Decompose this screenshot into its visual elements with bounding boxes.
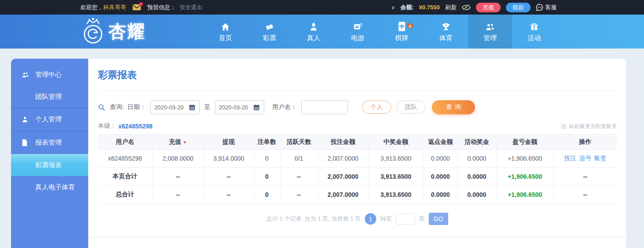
chevron-down-icon[interactable]: ∨ xyxy=(391,4,395,11)
top-bar-left: 欢迎您，杯具哥哥 预留信息： 安全退出 xyxy=(80,4,202,11)
page-number-button[interactable]: 1 xyxy=(365,213,376,225)
level-label: 本级： xyxy=(98,122,116,130)
date-to-input[interactable] xyxy=(219,104,253,111)
svg-text:中: 中 xyxy=(400,24,404,29)
sidebar-item-label: 管理中心 xyxy=(35,71,62,79)
cell: 2,007.0000 xyxy=(318,168,368,186)
deposit-button[interactable]: 充值 xyxy=(476,3,501,12)
cell: 3,913.6500 xyxy=(368,186,423,204)
users-icon xyxy=(485,21,495,32)
page: 欢迎您，杯具哥哥 预留信息： 安全退出 ∨ 余额: ¥0.7550 刷新 充值 … xyxy=(0,0,644,248)
mahjong-icon: 中 xyxy=(397,21,406,32)
header-deposit-sort[interactable]: 充值▼ xyxy=(152,135,204,150)
content-card: 彩票报表 查询: 日期： 至 用户名： 个人 团队 查询 本级： x624855… xyxy=(88,59,626,248)
logout-link[interactable]: 安全退出 xyxy=(180,4,202,11)
username[interactable]: 杯具哥哥 xyxy=(103,4,126,11)
header-username: 用户名 xyxy=(98,135,152,150)
nav-item-label: 棋牌 xyxy=(395,34,408,42)
header-bet-amount: 投注金额 xyxy=(318,135,368,150)
level-row: 本级： x624855298 注: 此处账变为彩票账变 xyxy=(98,122,617,130)
team-filter-button[interactable]: 团队 xyxy=(397,101,426,114)
table-row-grand-total: 总合计 -- -- 0 -- 2,007.0000 3,913.6500 0.0… xyxy=(98,186,617,204)
sidebar-item-live-esports[interactable]: 真人电子体育 xyxy=(11,176,88,198)
sidebar: 管理中心 团队管理 个人管理 报表管理 彩票报表 真人电子体育 xyxy=(11,59,88,248)
customer-service-link[interactable]: 客服 xyxy=(536,4,557,11)
nav-item-live[interactable]: 真人 xyxy=(292,15,336,49)
personal-filter-button[interactable]: 个人 xyxy=(362,101,391,114)
page-title: 彩票报表 xyxy=(98,68,617,82)
date-from-input[interactable] xyxy=(154,104,189,111)
reserved-info-label: 预留信息： xyxy=(147,4,176,11)
go-button[interactable]: GO xyxy=(429,213,448,225)
notification-dot xyxy=(139,2,143,6)
pagination: 总计 1 个记录, 分为 1 页, 当前第 1 页 1 转至 页 GO xyxy=(98,213,617,225)
sidebar-item-label: 团队管理 xyxy=(35,93,62,101)
cell-label: 总合计 xyxy=(98,186,152,204)
cell-bonus: 0.0000 xyxy=(457,150,496,168)
nav-item-boardgames[interactable]: 中 棋牌 xyxy=(380,15,424,49)
date-to-field[interactable] xyxy=(215,100,264,114)
sidebar-item-report-manage[interactable]: 报表管理 xyxy=(11,131,88,154)
nav-item-label: 电游 xyxy=(351,34,364,42)
table-row-user: x624855298 2,008.0000 3,914.0000 0 0/1 2… xyxy=(98,150,617,168)
withdraw-button[interactable]: 提款 xyxy=(506,3,531,12)
sidebar-item-manage-center[interactable]: 管理中心 xyxy=(11,63,88,86)
page-unit-label: 页 xyxy=(419,215,425,223)
cell-operations: 投注追号账变 xyxy=(554,150,617,168)
header-activity-bonus: 活动奖金 xyxy=(457,135,496,150)
table-header-row: 用户名 充值▼ 提现 注单数 活跃天数 投注金额 中奖金额 返点金额 活动奖金 … xyxy=(98,135,617,150)
calendar-icon[interactable] xyxy=(189,104,195,111)
cell-username: x624855298 xyxy=(98,150,152,168)
cell: 0 xyxy=(254,186,280,204)
nav-item-lottery[interactable]: 彩票 xyxy=(247,15,292,49)
users-icon xyxy=(21,71,30,79)
search-button[interactable]: 查询 xyxy=(432,100,475,114)
calendar-icon[interactable] xyxy=(253,104,260,111)
level-account-link[interactable]: x624855298 xyxy=(118,123,153,130)
sidebar-item-team-manage[interactable]: 团队管理 xyxy=(11,86,88,108)
cell: 0.0000 xyxy=(423,168,457,186)
person-icon xyxy=(309,21,318,32)
sort-desc-icon: ▼ xyxy=(183,140,187,145)
date-from-field[interactable] xyxy=(150,100,200,114)
sidebar-item-label: 彩票报表 xyxy=(35,161,62,169)
nav-item-label: 首页 xyxy=(219,34,232,42)
cell-profit: +1,906.6500 xyxy=(496,168,554,186)
username-input[interactable] xyxy=(301,100,348,114)
header-win-amount: 中奖金额 xyxy=(368,135,423,150)
cell-profit: +1,906.6500 xyxy=(496,186,554,204)
nav-item-label: 体育 xyxy=(439,34,453,42)
nav-item-egames[interactable]: 电游 xyxy=(336,15,380,49)
divider xyxy=(88,237,626,237)
nav-item-home[interactable]: 首页 xyxy=(203,15,247,49)
eye-slash-icon[interactable] xyxy=(462,4,471,11)
cell: 0.0000 xyxy=(457,186,496,204)
mail-icon[interactable] xyxy=(132,4,141,11)
nav-items: 首页 彩票 真人 电游 中 棋牌 体育 xyxy=(203,15,556,49)
sidebar-item-lottery-report[interactable]: 彩票报表 xyxy=(11,154,88,176)
sidebar-item-label: 真人电子体育 xyxy=(35,183,75,192)
service-label: 客服 xyxy=(545,4,557,11)
query-label: 查询: xyxy=(110,103,124,111)
refresh-link[interactable]: 刷新 xyxy=(445,4,457,11)
sidebar-item-personal-manage[interactable]: 个人管理 xyxy=(11,108,88,131)
nav-item-sports[interactable]: 体育 xyxy=(424,15,468,49)
header-operations: 操作 xyxy=(554,135,617,150)
cell-bet-amount: 2,007.0000 xyxy=(318,150,368,168)
nav-item-manage[interactable]: 管理 xyxy=(468,15,512,49)
bet-detail-link[interactable]: 投注 xyxy=(564,154,577,162)
nav-item-label: 真人 xyxy=(307,34,320,42)
balance-value: ¥0.7550 xyxy=(419,4,440,11)
chase-number-link[interactable]: 追号 xyxy=(579,154,592,162)
goto-page-input[interactable] xyxy=(396,213,415,225)
cell-bet-count: 0 xyxy=(254,150,280,168)
cell-profit: +1,906.6500 xyxy=(496,150,554,168)
logo[interactable]: 杏耀 xyxy=(80,17,146,45)
to-label: 至 xyxy=(204,103,210,111)
report-table: 用户名 充值▼ 提现 注单数 活跃天数 投注金额 中奖金额 返点金额 活动奖金 … xyxy=(98,134,617,204)
header-bet-count: 注单数 xyxy=(254,135,280,150)
account-change-link[interactable]: 账变 xyxy=(594,154,607,162)
balance-label: 余额: xyxy=(401,4,414,11)
nav-item-activity[interactable]: 活动 xyxy=(512,15,556,49)
welcome-text: 欢迎您， xyxy=(80,4,103,11)
